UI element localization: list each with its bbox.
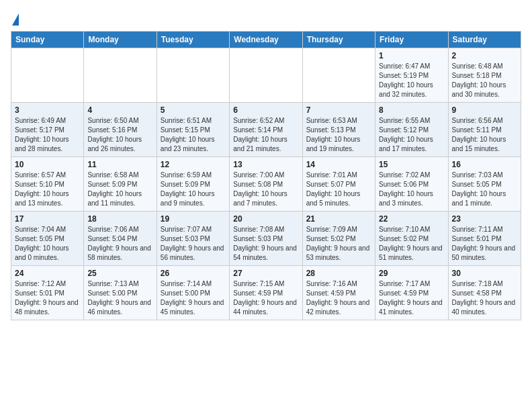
day-info: Sunrise: 7:16 AMSunset: 4:59 PMDaylight:… bbox=[306, 279, 371, 317]
calendar-cell: 11Sunrise: 6:58 AMSunset: 5:09 PMDayligh… bbox=[84, 157, 157, 212]
calendar-cell: 21Sunrise: 7:09 AMSunset: 5:02 PMDayligh… bbox=[302, 212, 375, 266]
day-number: 7 bbox=[306, 105, 371, 115]
day-number: 13 bbox=[233, 160, 298, 169]
day-info: Sunrise: 7:08 AMSunset: 5:03 PMDaylight:… bbox=[233, 225, 298, 263]
day-number: 23 bbox=[452, 214, 517, 224]
day-number: 24 bbox=[15, 269, 80, 278]
calendar-cell: 23Sunrise: 7:11 AMSunset: 5:01 PMDayligh… bbox=[448, 212, 521, 266]
day-number: 27 bbox=[233, 269, 298, 278]
day-number: 21 bbox=[306, 214, 371, 224]
page-header bbox=[11, 11, 521, 26]
calendar-cell: 30Sunrise: 7:18 AMSunset: 4:58 PMDayligh… bbox=[448, 266, 521, 320]
calendar-cell: 12Sunrise: 6:59 AMSunset: 5:09 PMDayligh… bbox=[157, 157, 229, 212]
calendar-cell: 6Sunrise: 6:52 AMSunset: 5:14 PMDaylight… bbox=[230, 103, 302, 157]
calendar-cell: 27Sunrise: 7:15 AMSunset: 4:59 PMDayligh… bbox=[230, 266, 302, 320]
calendar-cell: 19Sunrise: 7:07 AMSunset: 5:03 PMDayligh… bbox=[157, 212, 229, 266]
calendar-cell bbox=[11, 48, 84, 103]
calendar-cell bbox=[157, 48, 229, 103]
day-number: 6 bbox=[233, 105, 298, 115]
calendar-cell: 2Sunrise: 6:48 AMSunset: 5:18 PMDaylight… bbox=[448, 48, 521, 103]
day-info: Sunrise: 7:06 AMSunset: 5:04 PMDaylight:… bbox=[87, 225, 152, 263]
weekday-header-tuesday: Tuesday bbox=[157, 32, 229, 48]
calendar-table: SundayMondayTuesdayWednesdayThursdayFrid… bbox=[11, 31, 521, 320]
weekday-header-saturday: Saturday bbox=[448, 32, 521, 48]
calendar-week-1: 1Sunrise: 6:47 AMSunset: 5:19 PMDaylight… bbox=[11, 48, 521, 103]
calendar-cell bbox=[302, 48, 375, 103]
calendar-cell: 26Sunrise: 7:14 AMSunset: 5:00 PMDayligh… bbox=[157, 266, 229, 320]
weekday-header-sunday: Sunday bbox=[11, 32, 84, 48]
day-number: 14 bbox=[306, 160, 371, 169]
day-number: 28 bbox=[306, 269, 371, 278]
day-info: Sunrise: 7:09 AMSunset: 5:02 PMDaylight:… bbox=[306, 225, 371, 263]
calendar-cell: 17Sunrise: 7:04 AMSunset: 5:05 PMDayligh… bbox=[11, 212, 84, 266]
day-number: 1 bbox=[379, 51, 444, 60]
day-info: Sunrise: 7:03 AMSunset: 5:05 PMDaylight:… bbox=[452, 171, 517, 208]
day-info: Sunrise: 7:07 AMSunset: 5:03 PMDaylight:… bbox=[161, 225, 226, 263]
weekday-header-wednesday: Wednesday bbox=[230, 32, 302, 48]
calendar-cell: 22Sunrise: 7:10 AMSunset: 5:02 PMDayligh… bbox=[375, 212, 448, 266]
calendar-cell: 3Sunrise: 6:49 AMSunset: 5:17 PMDaylight… bbox=[11, 103, 84, 157]
day-info: Sunrise: 6:51 AMSunset: 5:15 PMDaylight:… bbox=[161, 116, 226, 154]
day-number: 22 bbox=[379, 214, 444, 224]
day-number: 25 bbox=[87, 269, 152, 278]
calendar-cell: 7Sunrise: 6:53 AMSunset: 5:13 PMDaylight… bbox=[302, 103, 375, 157]
calendar-cell: 10Sunrise: 6:57 AMSunset: 5:10 PMDayligh… bbox=[11, 157, 84, 212]
calendar-cell: 5Sunrise: 6:51 AMSunset: 5:15 PMDaylight… bbox=[157, 103, 229, 157]
calendar-week-2: 3Sunrise: 6:49 AMSunset: 5:17 PMDaylight… bbox=[11, 103, 521, 157]
day-number: 19 bbox=[161, 214, 226, 224]
calendar-cell: 28Sunrise: 7:16 AMSunset: 4:59 PMDayligh… bbox=[302, 266, 375, 320]
day-info: Sunrise: 6:47 AMSunset: 5:19 PMDaylight:… bbox=[379, 62, 444, 99]
calendar-header-row: SundayMondayTuesdayWednesdayThursdayFrid… bbox=[11, 32, 521, 48]
day-info: Sunrise: 6:53 AMSunset: 5:13 PMDaylight:… bbox=[306, 116, 371, 154]
day-number: 2 bbox=[452, 51, 517, 60]
calendar-cell bbox=[84, 48, 157, 103]
day-info: Sunrise: 7:10 AMSunset: 5:02 PMDaylight:… bbox=[379, 225, 444, 263]
calendar-cell: 9Sunrise: 6:56 AMSunset: 5:11 PMDaylight… bbox=[448, 103, 521, 157]
day-info: Sunrise: 7:15 AMSunset: 4:59 PMDaylight:… bbox=[233, 279, 298, 317]
calendar-week-5: 24Sunrise: 7:12 AMSunset: 5:01 PMDayligh… bbox=[11, 266, 521, 320]
day-info: Sunrise: 7:18 AMSunset: 4:58 PMDaylight:… bbox=[452, 279, 517, 317]
calendar-cell: 15Sunrise: 7:02 AMSunset: 5:06 PMDayligh… bbox=[375, 157, 448, 212]
weekday-header-thursday: Thursday bbox=[302, 32, 375, 48]
day-info: Sunrise: 7:14 AMSunset: 5:00 PMDaylight:… bbox=[161, 279, 226, 317]
day-info: Sunrise: 6:55 AMSunset: 5:12 PMDaylight:… bbox=[379, 116, 444, 154]
weekday-header-monday: Monday bbox=[84, 32, 157, 48]
calendar-body: 1Sunrise: 6:47 AMSunset: 5:19 PMDaylight… bbox=[11, 48, 521, 320]
day-info: Sunrise: 7:17 AMSunset: 4:59 PMDaylight:… bbox=[379, 279, 444, 317]
calendar-cell bbox=[230, 48, 302, 103]
day-info: Sunrise: 7:04 AMSunset: 5:05 PMDaylight:… bbox=[15, 225, 80, 263]
calendar-cell: 14Sunrise: 7:01 AMSunset: 5:07 PMDayligh… bbox=[302, 157, 375, 212]
day-number: 4 bbox=[87, 105, 152, 115]
day-number: 18 bbox=[87, 214, 152, 224]
logo bbox=[11, 11, 19, 26]
calendar-cell: 25Sunrise: 7:13 AMSunset: 5:00 PMDayligh… bbox=[84, 266, 157, 320]
calendar-cell: 8Sunrise: 6:55 AMSunset: 5:12 PMDaylight… bbox=[375, 103, 448, 157]
day-info: Sunrise: 6:52 AMSunset: 5:14 PMDaylight:… bbox=[233, 116, 298, 154]
day-info: Sunrise: 6:48 AMSunset: 5:18 PMDaylight:… bbox=[452, 62, 517, 99]
day-info: Sunrise: 7:02 AMSunset: 5:06 PMDaylight:… bbox=[379, 171, 444, 208]
day-info: Sunrise: 6:56 AMSunset: 5:11 PMDaylight:… bbox=[452, 116, 517, 154]
calendar-cell: 24Sunrise: 7:12 AMSunset: 5:01 PMDayligh… bbox=[11, 266, 84, 320]
day-info: Sunrise: 7:00 AMSunset: 5:08 PMDaylight:… bbox=[233, 171, 298, 208]
day-info: Sunrise: 6:49 AMSunset: 5:17 PMDaylight:… bbox=[15, 116, 80, 154]
day-info: Sunrise: 7:12 AMSunset: 5:01 PMDaylight:… bbox=[15, 279, 80, 317]
day-number: 15 bbox=[379, 160, 444, 169]
day-info: Sunrise: 7:11 AMSunset: 5:01 PMDaylight:… bbox=[452, 225, 517, 263]
day-number: 12 bbox=[161, 160, 226, 169]
day-info: Sunrise: 6:59 AMSunset: 5:09 PMDaylight:… bbox=[161, 171, 226, 208]
day-info: Sunrise: 6:57 AMSunset: 5:10 PMDaylight:… bbox=[15, 171, 80, 208]
day-info: Sunrise: 6:50 AMSunset: 5:16 PMDaylight:… bbox=[87, 116, 152, 154]
weekday-header-friday: Friday bbox=[375, 32, 448, 48]
calendar-cell: 29Sunrise: 7:17 AMSunset: 4:59 PMDayligh… bbox=[375, 266, 448, 320]
day-number: 26 bbox=[161, 269, 226, 278]
day-number: 3 bbox=[15, 105, 80, 115]
day-number: 30 bbox=[452, 269, 517, 278]
day-number: 9 bbox=[452, 105, 517, 115]
day-info: Sunrise: 7:01 AMSunset: 5:07 PMDaylight:… bbox=[306, 171, 371, 208]
calendar-week-4: 17Sunrise: 7:04 AMSunset: 5:05 PMDayligh… bbox=[11, 212, 521, 266]
day-number: 10 bbox=[15, 160, 80, 169]
day-number: 20 bbox=[233, 214, 298, 224]
calendar-cell: 13Sunrise: 7:00 AMSunset: 5:08 PMDayligh… bbox=[230, 157, 302, 212]
day-number: 17 bbox=[15, 214, 80, 224]
day-number: 8 bbox=[379, 105, 444, 115]
